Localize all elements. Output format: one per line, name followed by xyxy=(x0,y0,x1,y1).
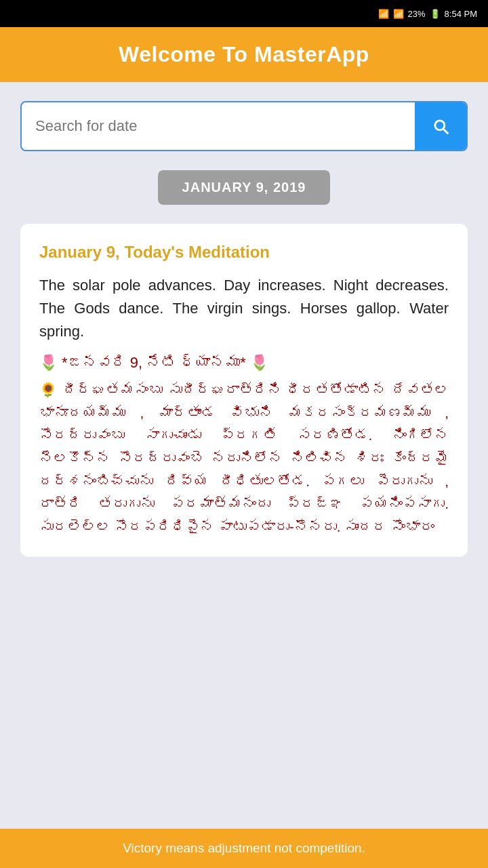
search-input[interactable] xyxy=(22,105,415,147)
app-header: Welcome To MasterApp xyxy=(0,27,488,82)
content-card: January 9, Today's Meditation The solar … xyxy=(20,224,468,557)
signal-icon: 📶 xyxy=(393,9,404,19)
search-button[interactable] xyxy=(415,102,466,150)
search-bar xyxy=(20,101,468,151)
status-icons: 📶 📶 23% 🔋 8:54 PM xyxy=(378,9,477,19)
time-display: 8:54 PM xyxy=(445,9,477,19)
card-title: January 9, Today's Meditation xyxy=(39,243,449,262)
date-badge: JANUARY 9, 2019 xyxy=(158,170,331,205)
app-title: Welcome To MasterApp xyxy=(119,42,369,66)
status-bar: 📶 📶 23% 🔋 8:54 PM xyxy=(0,0,488,27)
main-content: JANUARY 9, 2019 January 9, Today's Medit… xyxy=(0,82,488,829)
footer-text: Victory means adjustment not competition… xyxy=(123,841,365,855)
battery-icon: 🔋 xyxy=(430,9,441,19)
battery-text: 23% xyxy=(408,9,426,19)
wifi-icon: 📶 xyxy=(378,9,389,19)
telugu-heading: 🌷 *జనవరి 9, నేటి ధ్యానము* 🌷 xyxy=(39,354,449,372)
search-icon xyxy=(431,117,450,136)
telugu-body: 🌻 దీర్ఘతమసంబు సుదీర్ఘరాత్రిని ధీరతతోడాటి… xyxy=(39,378,449,538)
footer: Victory means adjustment not competition… xyxy=(0,829,488,868)
english-text: The solar pole advances. Day increases. … xyxy=(39,274,449,343)
